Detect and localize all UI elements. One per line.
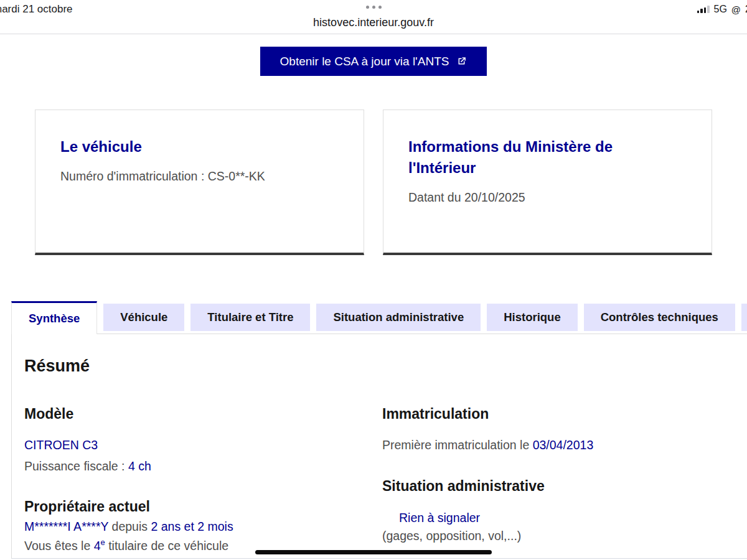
owner-since-value: 2 ans et 2 mois	[151, 520, 233, 533]
obtain-csa-ants-label: Obtenir le CSA à jour via l'ANTS	[280, 55, 449, 68]
ministry-date-line: Datant du 20/10/2025	[408, 190, 687, 205]
admin-situation-heading: Situation administrative	[382, 478, 545, 495]
statusbar-divider	[0, 34, 747, 34]
tab-situation-administrative[interactable]: Situation administrative	[316, 304, 481, 331]
holder-rank: 4	[94, 539, 101, 553]
vehicle-card-title: Le véhicule	[60, 136, 339, 157]
summary-heading: Résumé	[24, 357, 90, 376]
address-bar[interactable]: histovec.interieur.gouv.fr	[0, 16, 747, 29]
holder-rank-ordinal: e	[101, 538, 105, 547]
owner-heading: Propriétaire actuel	[24, 498, 150, 515]
status-icons: 5G @ 2	[697, 4, 747, 15]
report-tabs: Synthèse Véhicule Titulaire et Titre Sit…	[11, 301, 747, 334]
synthese-panel: Résumé Modèle CITROEN C3 Puissance fisca…	[11, 334, 747, 559]
model-name: CITROEN C3	[24, 438, 98, 452]
external-link-icon	[456, 56, 467, 67]
tab-historique[interactable]: Historique	[487, 304, 577, 331]
network-type-label: 5G	[714, 4, 727, 15]
cellular-signal-icon	[697, 6, 710, 13]
fiscal-power-value: 4 ch	[128, 459, 151, 473]
vehicle-registration-line: Numéro d'immatriculation : CS-0**-KK	[60, 169, 339, 184]
first-registration-line: Première immatriculation le 03/04/2013	[382, 438, 593, 452]
fiscal-power-line: Puissance fiscale : 4 ch	[24, 459, 151, 474]
browser-menu-dots-icon[interactable]	[0, 6, 747, 9]
status-date: mardi 21 octobre	[0, 3, 73, 16]
first-registration-date: 03/04/2013	[533, 438, 594, 452]
ministry-card-title: Informations du Ministère de l'Intérieur	[408, 136, 657, 179]
tab-vehicule[interactable]: Véhicule	[103, 304, 184, 331]
horizontal-scrollbar-thumb[interactable]	[255, 550, 492, 554]
orientation-lock-icon: @	[731, 4, 741, 15]
ministry-card: Informations du Ministère de l'Intérieur…	[383, 110, 712, 255]
owner-line: M*******I A****Y depuis 2 ans et 2 mois	[24, 520, 233, 534]
tab-titulaire-et-titre[interactable]: Titulaire et Titre	[190, 304, 310, 331]
safari-window: mardi 21 octobre histovec.interieur.gouv…	[0, 0, 747, 560]
tab-synthese[interactable]: Synthèse	[11, 301, 97, 334]
obtain-csa-ants-button[interactable]: Obtenir le CSA à jour via l'ANTS	[260, 47, 487, 76]
vehicle-card: Le véhicule Numéro d'immatriculation : C…	[35, 110, 364, 255]
holder-rank-line: Vous êtes le 4e titulaire de ce véhicule	[24, 538, 228, 553]
tab-controles-techniques[interactable]: Contrôles techniques	[584, 304, 735, 331]
admin-situation-status: Rien à signaler	[399, 511, 480, 525]
tab-kilometrage[interactable]: Kilométrage	[741, 304, 747, 331]
model-heading: Modèle	[24, 406, 73, 422]
registration-heading: Immatriculation	[382, 406, 489, 422]
admin-situation-note: (gages, opposition, vol,...)	[382, 529, 521, 543]
owner-masked-name: M*******I A****Y	[24, 520, 108, 533]
